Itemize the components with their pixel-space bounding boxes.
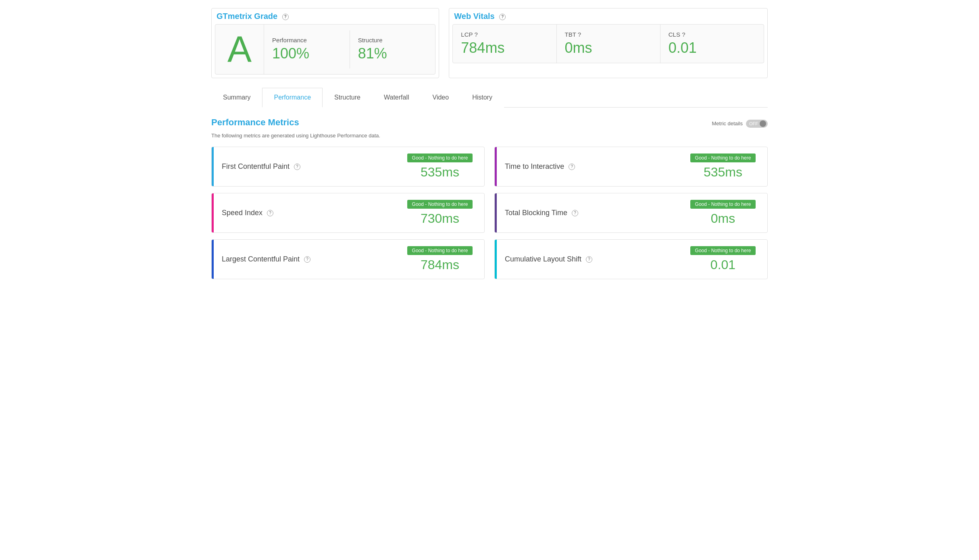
tbt-label: TBT	[565, 31, 576, 38]
metric-card: Cumulative Layout Shift ?Good - Nothing …	[494, 239, 768, 279]
metric-name: Largest Contentful Paint ?	[222, 255, 404, 263]
performance-value: 100%	[272, 45, 342, 62]
toggle-off-label: OFF	[749, 121, 758, 126]
lcp-help[interactable]: ?	[474, 31, 477, 38]
metric-value: 535ms	[687, 165, 759, 180]
metric-badge: Good - Nothing to do here	[407, 153, 473, 162]
metric-result: Good - Nothing to do here730ms	[404, 200, 476, 226]
metric-card: Time to Interactive ?Good - Nothing to d…	[494, 147, 768, 187]
metric-help[interactable]: ?	[569, 164, 575, 170]
metric-body: Speed Index ?Good - Nothing to do here73…	[214, 193, 484, 232]
performance-metric: Performance 100%	[264, 30, 350, 68]
metric-badge: Good - Nothing to do here	[407, 246, 473, 255]
metric-value: 730ms	[404, 211, 476, 226]
tbt-value: 0ms	[565, 39, 652, 56]
tab-history[interactable]: History	[460, 88, 504, 108]
lcp-label: LCP	[461, 31, 473, 38]
metric-help[interactable]: ?	[586, 256, 592, 263]
vitals-content: LCP ? 784ms TBT ? 0ms CLS ?	[452, 24, 764, 63]
metric-help[interactable]: ?	[572, 210, 578, 216]
metric-card: Total Blocking Time ?Good - Nothing to d…	[494, 193, 768, 233]
gtmetrix-grade-help[interactable]: ?	[282, 14, 289, 20]
toggle-knob	[760, 120, 766, 127]
structure-value: 81%	[358, 45, 427, 62]
metric-name: Speed Index ?	[222, 209, 404, 217]
metric-body: First Contentful Paint ?Good - Nothing t…	[214, 147, 484, 186]
lcp-item: LCP ? 784ms	[453, 25, 556, 63]
metric-badge: Good - Nothing to do here	[690, 153, 756, 162]
metric-result: Good - Nothing to do here784ms	[404, 246, 476, 272]
cls-value: 0.01	[669, 39, 756, 56]
metric-body: Total Blocking Time ?Good - Nothing to d…	[497, 193, 767, 232]
gtmetrix-grade-title: GTmetrix Grade	[217, 12, 277, 21]
section-title: Performance Metrics	[211, 117, 299, 128]
tab-summary[interactable]: Summary	[211, 88, 262, 108]
metrics-grid: First Contentful Paint ?Good - Nothing t…	[211, 147, 768, 279]
lcp-value: 784ms	[461, 39, 548, 56]
metrics-right-column: Time to Interactive ?Good - Nothing to d…	[494, 147, 768, 279]
metric-body: Largest Contentful Paint ?Good - Nothing…	[214, 240, 484, 279]
web-vitals-panel: Web Vitals ? LCP ? 784ms TBT ? 0ms	[449, 8, 768, 78]
metric-details-toggle: Metric details OFF	[712, 120, 768, 128]
metric-details-switch[interactable]: OFF	[746, 120, 768, 128]
grade-letter: A	[215, 25, 264, 74]
metric-help[interactable]: ?	[267, 210, 273, 216]
metric-body: Time to Interactive ?Good - Nothing to d…	[497, 147, 767, 186]
tab-waterfall[interactable]: Waterfall	[372, 88, 421, 108]
structure-metric: Structure 81%	[350, 30, 435, 68]
tbt-help[interactable]: ?	[578, 31, 581, 38]
gtmetrix-grade-panel: GTmetrix Grade ? A Performance 100% Stru…	[211, 8, 439, 78]
metric-help[interactable]: ?	[304, 256, 310, 263]
web-vitals-title: Web Vitals	[454, 12, 494, 21]
tbt-item: TBT ? 0ms	[557, 25, 660, 63]
metric-name: First Contentful Paint ?	[222, 162, 404, 171]
metric-card: First Contentful Paint ?Good - Nothing t…	[211, 147, 485, 187]
section-subtitle: The following metrics are generated usin…	[211, 133, 768, 139]
grade-metrics: Performance 100% Structure 81%	[264, 30, 435, 68]
metric-card: Largest Contentful Paint ?Good - Nothing…	[211, 239, 485, 279]
metric-result: Good - Nothing to do here0ms	[687, 200, 759, 226]
cls-label: CLS	[669, 31, 680, 38]
metric-badge: Good - Nothing to do here	[690, 246, 756, 255]
metric-result: Good - Nothing to do here0.01	[687, 246, 759, 272]
metric-value: 535ms	[404, 165, 476, 180]
tabs-nav: Summary Performance Structure Waterfall …	[211, 88, 768, 108]
metric-help[interactable]: ?	[294, 164, 300, 170]
tab-performance[interactable]: Performance	[262, 88, 323, 108]
performance-label: Performance	[272, 37, 342, 44]
metric-name: Time to Interactive ?	[505, 162, 687, 171]
tab-video[interactable]: Video	[421, 88, 461, 108]
metric-details-label: Metric details	[712, 120, 743, 127]
metric-name: Total Blocking Time ?	[505, 209, 687, 217]
metric-name: Cumulative Layout Shift ?	[505, 255, 687, 263]
structure-label: Structure	[358, 37, 427, 44]
metric-value: 0ms	[687, 211, 759, 226]
grade-content: A Performance 100% Structure 81%	[215, 24, 435, 75]
tab-structure[interactable]: Structure	[323, 88, 372, 108]
metric-value: 784ms	[404, 257, 476, 272]
metric-value: 0.01	[687, 257, 759, 272]
cls-item: CLS ? 0.01	[660, 25, 764, 63]
metric-badge: Good - Nothing to do here	[690, 200, 756, 209]
metric-result: Good - Nothing to do here535ms	[687, 153, 759, 180]
metric-body: Cumulative Layout Shift ?Good - Nothing …	[497, 240, 767, 279]
metric-result: Good - Nothing to do here535ms	[404, 153, 476, 180]
metric-badge: Good - Nothing to do here	[407, 200, 473, 209]
metrics-left-column: First Contentful Paint ?Good - Nothing t…	[211, 147, 485, 279]
web-vitals-help[interactable]: ?	[499, 14, 506, 20]
metric-card: Speed Index ?Good - Nothing to do here73…	[211, 193, 485, 233]
cls-help[interactable]: ?	[682, 31, 685, 38]
performance-section: Performance Metrics Metric details OFF T…	[211, 117, 768, 279]
